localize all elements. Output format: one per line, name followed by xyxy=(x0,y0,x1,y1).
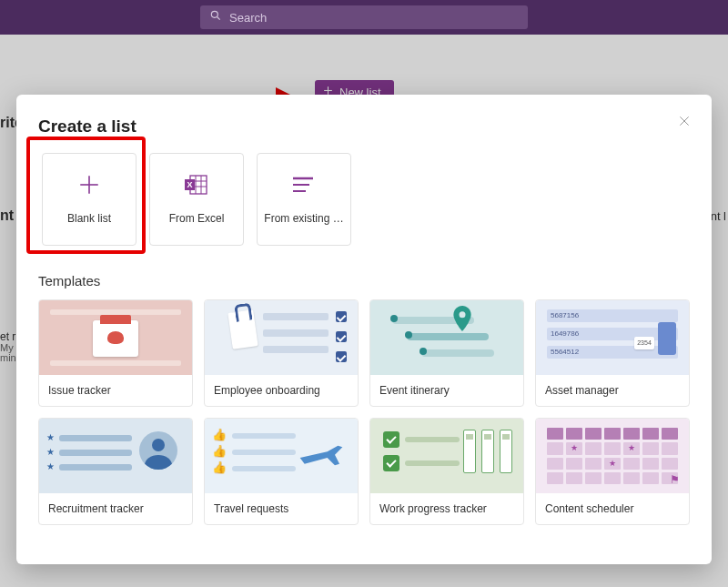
template-event-itinerary[interactable]: Event itinerary xyxy=(369,299,524,407)
template-thumbnail xyxy=(39,300,192,375)
search-input[interactable] xyxy=(229,11,519,25)
template-asset-manager[interactable]: 5687156 1649786 5564512 2354 Asset manag… xyxy=(535,299,690,407)
person-icon xyxy=(139,431,177,470)
calendar-icon xyxy=(93,320,138,357)
template-thumbnail: 👍 👍 👍 xyxy=(205,419,358,493)
airplane-icon xyxy=(296,435,347,475)
create-option-label: From Excel xyxy=(169,212,225,225)
create-list-modal: Create a list Blank list X xyxy=(16,95,712,564)
template-label: Employee onboarding xyxy=(205,375,358,406)
search-box[interactable] xyxy=(200,5,528,29)
modal-title: Create a list xyxy=(38,116,690,137)
create-option-from-excel[interactable]: X From Excel xyxy=(149,153,244,246)
template-thumbnail: 5687156 1649786 5564512 2354 xyxy=(536,300,689,375)
create-options-row: Blank list X From Excel xyxy=(42,153,690,246)
star-icon: ★ xyxy=(46,432,56,441)
create-option-label: From existing … xyxy=(264,212,343,225)
svg-text:X: X xyxy=(187,180,192,189)
tag-icon: 2354 xyxy=(634,337,654,349)
svg-point-20 xyxy=(460,311,466,318)
create-option-label: Blank list xyxy=(67,212,111,225)
flag-icon: ⚑ xyxy=(670,473,680,486)
template-issue-tracker[interactable]: Issue tracker xyxy=(38,299,193,407)
template-thumbnail xyxy=(370,300,523,375)
template-thumbnail xyxy=(205,300,358,375)
close-icon xyxy=(678,115,691,130)
list-icon xyxy=(291,174,317,196)
checkbox-icon xyxy=(383,431,399,448)
template-label: Travel requests xyxy=(205,493,358,524)
template-label: Issue tracker xyxy=(39,375,192,406)
checkbox-icon xyxy=(383,455,399,471)
template-recruitment-tracker[interactable]: ★ ★ ★ Recruitment tracker xyxy=(38,418,193,525)
star-icon: ★ xyxy=(46,447,56,456)
template-thumbnail: ★ ★ ★ xyxy=(39,419,192,493)
templates-grid: Issue tracker Employee onboarding Event … xyxy=(38,299,690,525)
excel-icon: X xyxy=(184,174,209,196)
template-label: Work progress tracker xyxy=(370,493,523,524)
app-topbar xyxy=(0,0,728,35)
template-travel-requests[interactable]: 👍 👍 👍 Travel requests xyxy=(204,418,359,525)
template-content-scheduler[interactable]: ★★ ★ ⚑ Content scheduler xyxy=(535,418,690,525)
template-label: Event itinerary xyxy=(370,375,523,406)
thumbs-up-icon: 👍 xyxy=(212,428,225,441)
phone-icon xyxy=(658,322,676,355)
create-option-blank-list[interactable]: Blank list xyxy=(42,153,136,246)
search-icon xyxy=(209,9,222,25)
create-option-from-existing[interactable]: From existing … xyxy=(257,153,351,246)
template-employee-onboarding[interactable]: Employee onboarding xyxy=(204,299,359,407)
map-pin-icon xyxy=(452,306,472,335)
template-label: Recruitment tracker xyxy=(39,493,192,524)
svg-point-0 xyxy=(211,11,217,17)
thumbs-up-icon: 👍 xyxy=(212,460,225,474)
clipboard-icon xyxy=(228,309,258,349)
plus-icon xyxy=(77,174,101,196)
modal-close-button[interactable] xyxy=(673,111,695,133)
template-label: Asset manager xyxy=(536,375,689,406)
template-label: Content scheduler xyxy=(536,493,689,524)
svg-line-1 xyxy=(217,17,220,20)
thumbs-up-icon: 👍 xyxy=(212,444,225,458)
kanban-icon xyxy=(463,430,512,473)
template-thumbnail: ★★ ★ ⚑ xyxy=(536,419,689,493)
template-work-progress-tracker[interactable]: Work progress tracker xyxy=(369,418,524,525)
template-thumbnail xyxy=(370,419,523,493)
templates-heading: Templates xyxy=(38,273,690,288)
star-icon: ★ xyxy=(46,461,56,471)
